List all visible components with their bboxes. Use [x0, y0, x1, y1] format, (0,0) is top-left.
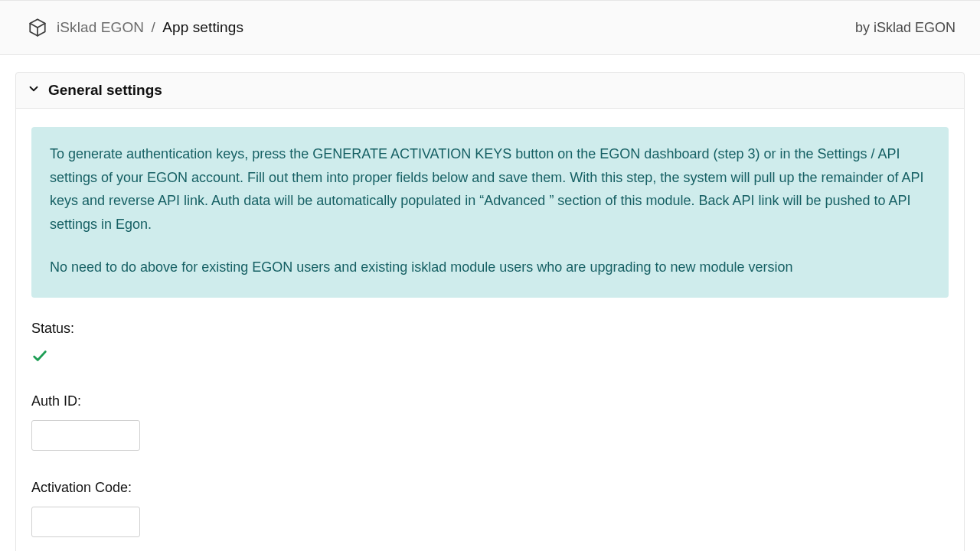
- auth-id-field: Auth ID:: [31, 393, 949, 451]
- breadcrumb: iSklad EGON / App settings: [57, 19, 243, 36]
- panel-header-toggle[interactable]: General settings: [16, 73, 964, 108]
- chevron-down-icon: [27, 82, 41, 99]
- alert-paragraph-2: No need to do above for existing EGON us…: [50, 256, 930, 279]
- info-alert: To generate authentication keys, press t…: [31, 127, 949, 298]
- check-icon: [31, 347, 949, 364]
- auth-id-label: Auth ID:: [31, 393, 949, 409]
- panel-title: General settings: [48, 82, 162, 99]
- brand: iSklad EGON / App settings: [28, 18, 243, 37]
- breadcrumb-separator: /: [151, 19, 155, 35]
- topbar: iSklad EGON / App settings by iSklad EGO…: [0, 1, 980, 55]
- activation-code-input[interactable]: [31, 507, 140, 537]
- brand-cube-icon: [28, 18, 47, 37]
- page-content: General settings To generate authenticat…: [0, 55, 980, 551]
- alert-paragraph-1: To generate authentication keys, press t…: [50, 142, 930, 236]
- general-settings-panel: General settings To generate authenticat…: [15, 72, 965, 551]
- activation-code-label: Activation Code:: [31, 480, 949, 496]
- byline: by iSklad EGON: [855, 20, 956, 36]
- activation-code-field: Activation Code:: [31, 480, 949, 537]
- breadcrumb-root[interactable]: iSklad EGON: [57, 19, 144, 35]
- status-label: Status:: [31, 321, 949, 337]
- panel-body: To generate authentication keys, press t…: [16, 108, 964, 551]
- status-field: Status:: [31, 321, 949, 364]
- auth-id-input[interactable]: [31, 420, 140, 451]
- page-title: App settings: [162, 19, 243, 35]
